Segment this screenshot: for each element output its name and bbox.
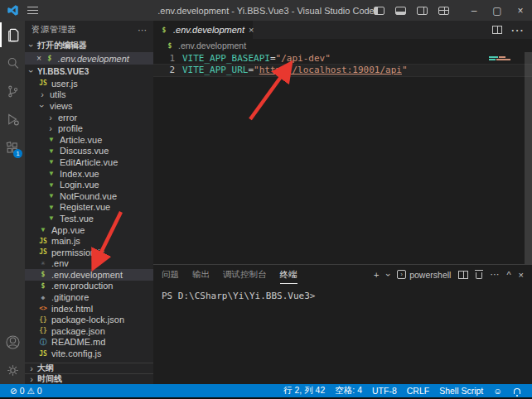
tree-item-label: utils (50, 89, 66, 99)
explorer-icon[interactable] (0, 21, 25, 49)
maximize-button[interactable]: ▢ (486, 0, 509, 21)
toggle-panel-icon[interactable] (395, 7, 406, 15)
vue-file-icon: ▼ (46, 158, 56, 166)
tree-item-label: .env (51, 258, 69, 268)
status-item[interactable]: Shell Script (434, 386, 488, 396)
gear-file-icon: ☼ (38, 260, 48, 267)
panel-tab-调试控制台[interactable]: 调试控制台 (223, 266, 267, 284)
tree-item-Test.vue[interactable]: ▼Test.vue (25, 213, 153, 224)
tree-item-.env.production[interactable]: $.env.production (25, 281, 153, 292)
tree-item-vite.config.js[interactable]: JSvite.config.js (25, 348, 153, 359)
tree-item-label: user.js (51, 79, 78, 89)
chevron-right-icon: › (27, 363, 36, 373)
tree-item-Login.vue[interactable]: ▼Login.vue (25, 179, 153, 190)
open-editors-label: 打开的编辑器 (37, 40, 87, 51)
problems-status[interactable]: ⊘ 0 ⚠ 0 (5, 386, 47, 396)
tree-item-.gitignore[interactable]: ◆.gitignore (25, 291, 153, 303)
tree-item-.env[interactable]: ☼.env (25, 258, 153, 270)
tree-item-utils[interactable]: ›utils (25, 89, 153, 101)
editor-more-actions-icon[interactable]: ⋯ (510, 22, 524, 38)
status-item[interactable]: UTF-8 (367, 386, 402, 396)
sidebar-section-大纲[interactable]: ›大纲 (25, 363, 153, 373)
source-control-icon[interactable] (0, 77, 25, 105)
terminal-content[interactable]: PS D:\CSharp\Yi\Yi.BBS.Vue3> (153, 284, 532, 384)
search-icon[interactable] (0, 49, 25, 77)
tree-item-EditArticle.vue[interactable]: ▼EditArticle.vue (25, 156, 153, 168)
maximize-panel-icon[interactable]: ^ (506, 270, 510, 280)
code-editor[interactable]: 1VITE_APP_BASEAPI="/api-dev"2VITE_APP_UR… (153, 52, 532, 264)
tree-item-.env.development[interactable]: $.env.development (25, 269, 153, 281)
url-link[interactable]: http://localhost:19001/api (259, 65, 402, 75)
tree-item-App.vue[interactable]: ▼App.vue (25, 224, 153, 236)
tree-item-package.json[interactable]: {}package.json (25, 325, 153, 337)
notifications-bell-icon[interactable] (507, 386, 527, 396)
explorer-more-actions-icon[interactable]: ⋯ (138, 25, 147, 35)
tree-item-permission.js[interactable]: JSpermission.js (25, 247, 153, 258)
tree-item-label: .env.development (51, 270, 123, 280)
tree-item-label: package-lock.json (51, 315, 124, 324)
tree-item-main.js[interactable]: JSmain.js (25, 235, 153, 247)
chevron-down-icon: › (27, 67, 36, 75)
tab-bar: $ .env.development × ⋯ (153, 21, 532, 39)
tree-item-README.md[interactable]: ⓘREADME.md (25, 337, 153, 349)
section-label: 大纲 (37, 363, 54, 374)
tree-item-label: App.vue (51, 225, 85, 235)
account-icon[interactable] (0, 328, 25, 356)
customize-layout-icon[interactable] (438, 7, 449, 15)
tab-env-development[interactable]: $ .env.development × (153, 21, 253, 39)
panel-tab-输出[interactable]: 输出 (192, 266, 210, 284)
split-editor-icon[interactable] (492, 26, 502, 34)
sidebar-title: 资源管理器 (31, 24, 76, 36)
close-button[interactable]: × (509, 0, 532, 21)
close-editor-icon[interactable]: × (36, 54, 41, 63)
sidebar-section-时间线[interactable]: ›时间线 (25, 373, 153, 384)
chevron-down-icon: › (37, 102, 47, 110)
new-terminal-icon[interactable]: + (374, 270, 379, 280)
menu-icon[interactable] (27, 7, 38, 14)
tree-item-label: views (50, 101, 73, 111)
kill-terminal-icon[interactable] (476, 272, 482, 279)
terminal-dropdown-icon[interactable]: › (383, 273, 393, 276)
split-terminal-icon[interactable] (458, 271, 468, 279)
dollar-file-icon: $ (159, 26, 169, 34)
tree-item-error[interactable]: ›error (25, 112, 153, 123)
tree-item-profile[interactable]: ›profile (25, 123, 153, 134)
breadcrumb[interactable]: $ .env.development (153, 39, 532, 52)
settings-gear-icon[interactable] (0, 356, 25, 384)
feedback-smiley-icon[interactable]: ☺ (488, 386, 507, 396)
editor-scrollbar[interactable] (525, 52, 532, 264)
panel-more-actions-icon[interactable]: ⋯ (490, 269, 499, 280)
code-line-2[interactable]: 2VITE_APP_URL="http://localhost:19001/ap… (153, 65, 532, 76)
toggle-sidebar-icon[interactable] (374, 7, 384, 15)
tree-item-label: package.json (51, 326, 105, 336)
status-item[interactable]: CRLF (402, 386, 434, 396)
status-item[interactable]: 空格: 4 (330, 385, 367, 397)
minimize-button[interactable]: – (462, 0, 486, 21)
tree-item-Discuss.vue[interactable]: ▼Discuss.vue (25, 146, 153, 157)
panel-tab-终端[interactable]: 终端 (280, 266, 297, 284)
tree-item-Index.vue[interactable]: ▼Index.vue (25, 168, 153, 180)
status-item[interactable]: 行 2, 列 42 (278, 385, 330, 397)
panel-tab-问题[interactable]: 问题 (162, 266, 179, 284)
terminal-instance-powershell[interactable]: › powershell (397, 270, 451, 280)
tree-item-NotFound.vue[interactable]: ▼NotFound.vue (25, 190, 153, 202)
tree-item-index.html[interactable]: <>index.html (25, 303, 153, 315)
editor-group: $ .env.development × ⋯ $ .env.developmen… (153, 21, 532, 384)
tab-close-icon[interactable]: × (249, 25, 254, 35)
open-editors-section[interactable]: › 打开的编辑器 (25, 39, 153, 52)
code-line-1[interactable]: 1VITE_APP_BASEAPI="/api-dev" (153, 53, 532, 65)
dollar-file-icon: $ (165, 42, 175, 50)
extensions-icon[interactable]: 1 (0, 133, 25, 161)
tree-item-views[interactable]: ›views (25, 100, 153, 112)
tree-item-package-lock.json[interactable]: {}package-lock.json (25, 314, 153, 325)
toggle-secondary-sidebar-icon[interactable] (417, 7, 428, 15)
tree-item-Register.vue[interactable]: ▼Register.vue (25, 202, 153, 214)
tree-item-user.js[interactable]: JSuser.js (25, 78, 153, 89)
run-and-debug-icon[interactable] (0, 105, 25, 133)
minimap[interactable] (489, 56, 517, 61)
close-panel-icon[interactable]: × (519, 270, 524, 280)
tree-item-label: Index.vue (60, 169, 99, 179)
tree-item-Article.vue[interactable]: ▼Article.vue (25, 134, 153, 146)
open-editor-item[interactable]: × $ .env.development (25, 52, 153, 65)
project-root-section[interactable]: › YI.BBS.VUE3 (25, 65, 153, 78)
